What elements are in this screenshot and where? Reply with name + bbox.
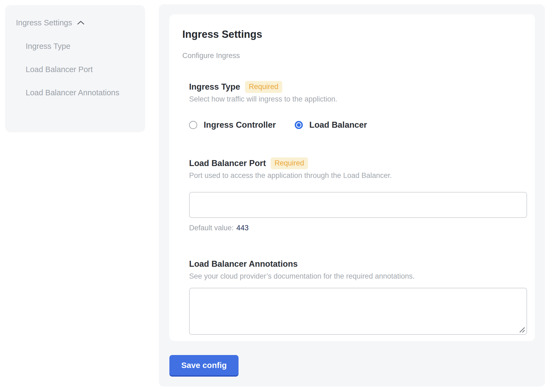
radio-checked-icon <box>295 121 303 129</box>
default-value-prefix: Default value: <box>189 224 234 232</box>
main-panel: Ingress Settings Configure Ingress Ingre… <box>159 4 545 387</box>
sidebar-item-load-balancer-port[interactable]: Load Balancer Port <box>26 62 126 77</box>
default-value: 443 <box>236 224 249 232</box>
page-subtitle: Configure Ingress <box>182 52 527 60</box>
ingress-type-label: Ingress Type <box>189 82 240 92</box>
save-config-button[interactable]: Save config <box>169 355 239 377</box>
section-load-balancer-annotations: Load Balancer Annotations See your cloud… <box>189 258 527 335</box>
radio-label: Ingress Controller <box>204 120 276 130</box>
radio-option-ingress-controller[interactable]: Ingress Controller <box>189 120 276 130</box>
sidebar-parent-label: Ingress Settings <box>16 17 72 28</box>
lb-port-input[interactable] <box>189 192 527 218</box>
lb-annotations-textarea[interactable] <box>189 288 527 335</box>
ingress-type-description: Select how traffic will ingress to the a… <box>189 95 527 103</box>
sidebar-sublist: Ingress Type Load Balancer Port Load Bal… <box>26 38 134 100</box>
lb-port-default-row: Default value:443 <box>189 224 527 232</box>
sidebar-item-load-balancer-annotations[interactable]: Load Balancer Annotations <box>26 85 126 100</box>
section-ingress-type: Ingress Type Required Select how traffic… <box>189 81 527 130</box>
section-load-balancer-port: Load Balancer Port Required Port used to… <box>189 157 527 232</box>
radio-unchecked-icon <box>189 121 197 129</box>
lb-port-label: Load Balancer Port <box>189 158 266 168</box>
radio-option-load-balancer[interactable]: Load Balancer <box>295 120 367 130</box>
lb-annotations-description: See your cloud provider’s documentation … <box>189 272 527 281</box>
sidebar-item-ingress-type[interactable]: Ingress Type <box>26 38 126 54</box>
ingress-type-radio-group: Ingress Controller Load Balancer <box>189 120 527 130</box>
resize-handle-icon[interactable] <box>519 326 526 333</box>
chevron-up-icon <box>77 20 85 25</box>
settings-sidebar: Ingress Settings Ingress Type Load Balan… <box>5 5 145 132</box>
required-badge: Required <box>271 157 308 169</box>
lb-port-description: Port used to access the application thro… <box>189 171 527 180</box>
sidebar-item-ingress-settings[interactable]: Ingress Settings <box>16 17 134 28</box>
page-title: Ingress Settings <box>182 28 527 40</box>
lb-annotations-label: Load Balancer Annotations <box>189 259 298 269</box>
ingress-settings-card: Ingress Settings Configure Ingress Ingre… <box>169 14 535 341</box>
required-badge: Required <box>245 81 282 93</box>
radio-label: Load Balancer <box>309 120 367 130</box>
